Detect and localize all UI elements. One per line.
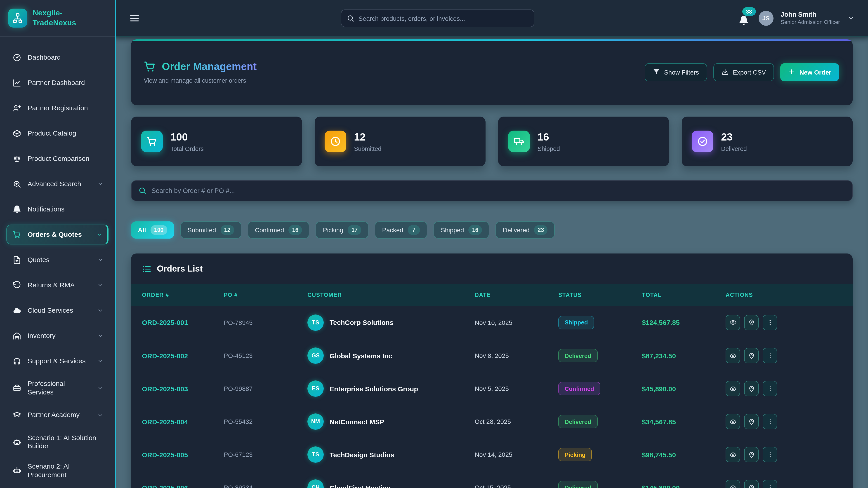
track-order-button[interactable] (744, 480, 758, 488)
tab-count-badge: 23 (534, 225, 548, 235)
tab-label: All (138, 226, 146, 234)
order-number-link[interactable]: ORD-2025-006 (142, 484, 224, 488)
sidebar-item-cloud-services[interactable]: Cloud Services (6, 300, 108, 320)
more-actions-button[interactable] (763, 348, 777, 363)
user-menu-chevron-icon[interactable] (847, 14, 855, 22)
chevron-down-icon (97, 307, 103, 314)
sidebar-item-partner-academy[interactable]: Partner Academy (6, 405, 108, 425)
orders-search-input[interactable] (151, 187, 845, 194)
order-number-link[interactable]: ORD-2025-003 (142, 385, 224, 392)
view-order-button[interactable] (725, 315, 740, 330)
order-number-link[interactable]: ORD-2025-001 (142, 319, 224, 326)
show-filters-button[interactable]: Show Filters (645, 63, 707, 81)
truck-icon (508, 131, 530, 152)
stat-value: 23 (721, 131, 747, 143)
column-header-status: STATUS (558, 292, 642, 298)
order-number-link[interactable]: ORD-2025-002 (142, 352, 224, 359)
sidebar-item-label: Advanced Search (28, 180, 91, 188)
sidebar-item-professional-services[interactable]: Professional Services (6, 377, 108, 400)
sidebar-item-partner-dashboard[interactable]: Partner Dashboard (6, 73, 108, 93)
stat-value: 16 (537, 131, 560, 143)
robot-icon (12, 466, 21, 475)
customer-avatar: TS (307, 314, 324, 330)
sidebar-item-inventory[interactable]: Inventory (6, 326, 108, 346)
order-total: $34,567.85 (642, 418, 725, 425)
actions-cell (725, 381, 842, 396)
sidebar-item-partner-registration[interactable]: Partner Registration (6, 98, 108, 118)
sidebar-item-scenario-1-ai-solution-builder[interactable]: Scenario 1: AI Solution Builder (6, 430, 108, 454)
track-order-button[interactable] (744, 348, 758, 363)
customer-name: Enterprise Solutions Group (330, 385, 418, 392)
user-meta: John Smith Senior Admission Officer (781, 10, 840, 26)
order-number-link[interactable]: ORD-2025-004 (142, 418, 224, 425)
table-row-ord-2025-001: ORD-2025-001PO-78945TSTechCorp Solutions… (131, 306, 852, 339)
status-cell: Shipped (558, 316, 642, 329)
chevron-down-icon (97, 181, 103, 187)
order-number-link[interactable]: ORD-2025-005 (142, 451, 224, 458)
sidebar-toggle-button[interactable] (127, 10, 142, 26)
more-actions-button[interactable] (763, 315, 777, 330)
view-order-button[interactable] (725, 414, 740, 429)
chevron-down-icon (97, 412, 103, 418)
status-badge: Picking (558, 448, 592, 461)
po-number: PO-67123 (224, 451, 307, 458)
page-subtitle: View and manage all customer orders (144, 77, 256, 84)
stat-card-submitted: 12Submitted (315, 117, 486, 166)
new-order-label: New Order (799, 69, 831, 76)
sidebar-item-quotes[interactable]: Quotes (6, 250, 108, 270)
column-header-po: PO # (224, 292, 307, 298)
tab-count-badge: 16 (469, 225, 482, 235)
gauge-icon (12, 53, 21, 62)
sidebar-item-advanced-search[interactable]: Advanced Search (6, 174, 108, 194)
track-order-button[interactable] (744, 315, 758, 330)
chevron-down-icon (97, 385, 103, 391)
filter-tab-submitted[interactable]: Submitted12 (180, 221, 241, 238)
track-order-button[interactable] (744, 414, 758, 429)
view-order-button[interactable] (725, 348, 740, 363)
more-actions-button[interactable] (763, 447, 777, 462)
more-actions-button[interactable] (763, 381, 777, 396)
customer-avatar: GS (307, 348, 324, 364)
customer-avatar: ES (307, 381, 324, 397)
sidebar-item-product-catalog[interactable]: Product Catalog (6, 123, 108, 143)
filter-tab-confirmed[interactable]: Confirmed16 (248, 221, 309, 238)
filter-tab-all[interactable]: All100 (131, 221, 174, 238)
global-search-input[interactable] (359, 15, 528, 22)
avatar[interactable]: JS (758, 11, 774, 26)
stat-value: 12 (354, 131, 381, 143)
sidebar-item-product-comparison[interactable]: Product Comparison (6, 149, 108, 168)
view-order-button[interactable] (725, 480, 740, 488)
new-order-button[interactable]: New Order (780, 63, 839, 81)
track-order-button[interactable] (744, 447, 758, 462)
view-order-button[interactable] (725, 447, 740, 462)
order-total: $145,890.00 (642, 484, 725, 488)
filter-tab-shipped[interactable]: Shipped16 (434, 221, 489, 238)
sidebar-item-notifications[interactable]: Notifications (6, 199, 108, 219)
sidebar-item-dashboard[interactable]: Dashboard (6, 47, 108, 67)
view-order-button[interactable] (725, 381, 740, 396)
customer-cell: NMNetConnect MSP (307, 414, 475, 430)
tab-label: Picking (323, 226, 343, 234)
more-actions-button[interactable] (763, 480, 777, 488)
status-badge: Delivered (558, 415, 597, 428)
sidebar-item-support-services[interactable]: Support & Services (6, 351, 108, 371)
po-number: PO-55432 (224, 418, 307, 425)
notifications-button[interactable]: 38 (736, 9, 751, 27)
order-date: Nov 8, 2025 (475, 352, 558, 359)
main-content: Order Management View and manage all cus… (116, 37, 868, 488)
orders-table-header: ORDER #PO #CUSTOMERDATESTATUSTOTALACTION… (131, 284, 852, 306)
sidebar-item-label: Notifications (28, 205, 103, 214)
export-csv-button[interactable]: Export CSV (713, 63, 774, 81)
filter-tab-packed[interactable]: Packed7 (375, 221, 427, 238)
table-row-ord-2025-006: ORD-2025-006PO-89234CHCloudFirst Hosting… (131, 471, 852, 488)
order-date: Nov 14, 2025 (475, 451, 558, 458)
sidebar-item-orders-quotes[interactable]: Orders & Quotes (6, 225, 108, 245)
sidebar-item-returns-rma[interactable]: Returns & RMA (6, 275, 108, 295)
filter-tab-picking[interactable]: Picking17 (315, 221, 368, 238)
track-order-button[interactable] (744, 381, 758, 396)
tab-label: Confirmed (255, 226, 284, 234)
tab-label: Submitted (188, 226, 216, 234)
filter-tab-delivered[interactable]: Delivered23 (496, 221, 555, 238)
more-actions-button[interactable] (763, 414, 777, 429)
sidebar-item-scenario-2-ai-procurement[interactable]: Scenario 2: AI Procurement (6, 459, 108, 482)
